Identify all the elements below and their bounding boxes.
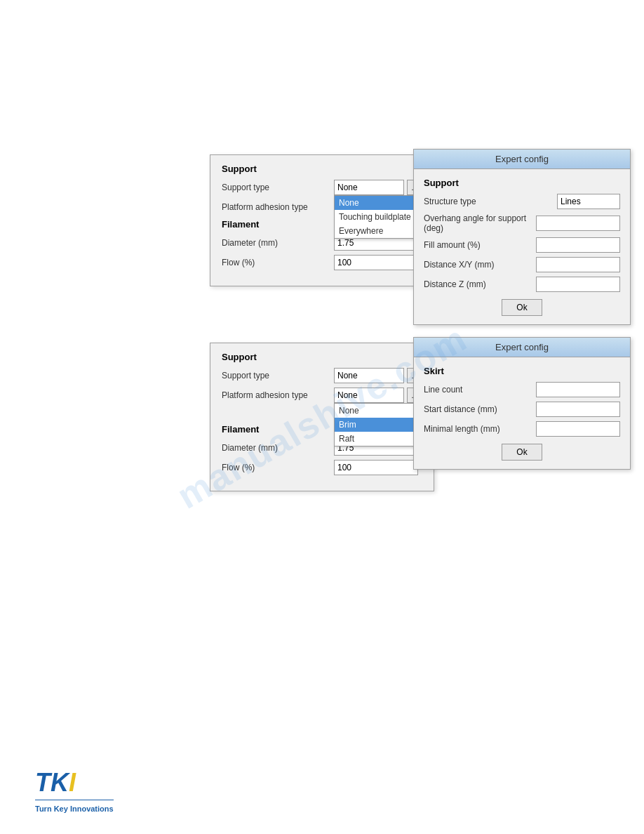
support-type-select-2[interactable]: None Touching buildplate Everywhere bbox=[334, 368, 404, 383]
top-dialog-group: Support Support type None Touching build… bbox=[210, 154, 434, 286]
platform-adhesion-control-2: None Brim Raft None Brim Raft ... bbox=[334, 388, 422, 403]
support-type-select[interactable]: None Touching buildplate Everywhere bbox=[334, 180, 404, 195]
support-type-row-2: Support type None Touching buildplate Ev… bbox=[222, 368, 422, 383]
bottom-dialog-group: Support Support type None Touching build… bbox=[210, 343, 434, 491]
minimal-length-row: Minimal length (mm) 150.0 bbox=[424, 421, 620, 437]
line-count-input[interactable]: 1 bbox=[536, 382, 620, 397]
distance-xy-row: Distance X/Y (mm) 0.7 bbox=[424, 257, 620, 272]
support-type-label-2: Support type bbox=[222, 371, 334, 380]
overhang-input[interactable]: 60 bbox=[536, 216, 620, 231]
diameter-label-2: Diameter (mm) bbox=[222, 443, 334, 453]
expert-header-2: Expert config bbox=[414, 338, 630, 357]
expert-ok-button-2[interactable]: Ok bbox=[502, 444, 542, 461]
expert-body-1: Support Structure type Lines Grid Overha… bbox=[414, 169, 630, 324]
overhang-label: Overhang angle for support (deg) bbox=[424, 213, 536, 233]
flow-input-1[interactable]: 100 bbox=[334, 255, 418, 270]
distance-xy-input[interactable]: 0.7 bbox=[536, 257, 620, 272]
tki-letters: T K I bbox=[35, 770, 76, 795]
tki-logo: T K I Turn Key Innovations bbox=[35, 770, 114, 813]
support-type-control-2: None Touching buildplate Everywhere ... bbox=[334, 368, 422, 383]
expert-header-1: Expert config bbox=[414, 150, 630, 169]
distance-z-row: Distance Z (mm) 0.15 bbox=[424, 277, 620, 292]
line-count-label: Line count bbox=[424, 385, 536, 395]
tki-t-letter: T bbox=[35, 770, 51, 795]
minimal-length-input[interactable]: 150.0 bbox=[536, 421, 620, 437]
support-title-2: Support bbox=[222, 352, 422, 362]
expert-body-2: Skirt Line count 1 Start distance (mm) 3… bbox=[414, 357, 630, 469]
structure-type-select-wrapper: Lines Grid bbox=[557, 194, 620, 209]
flow-row-2: Flow (%) 100 bbox=[222, 460, 422, 475]
flow-label-1: Flow (%) bbox=[222, 258, 334, 267]
overhang-row: Overhang angle for support (deg) 60 bbox=[424, 213, 620, 233]
support-type-label: Support type bbox=[222, 183, 334, 192]
platform-adhesion-row-2: Platform adhesion type None Brim Raft No… bbox=[222, 388, 422, 403]
diameter-label-1: Diameter (mm) bbox=[222, 238, 334, 248]
support-type-select-wrapper-2: None Touching buildplate Everywhere bbox=[334, 368, 404, 383]
expert-panel-2: Expert config Skirt Line count 1 Start d… bbox=[413, 337, 631, 470]
flow-input-2[interactable]: 100 bbox=[334, 460, 418, 475]
distance-z-label: Distance Z (mm) bbox=[424, 279, 536, 289]
line-count-row: Line count 1 bbox=[424, 382, 620, 397]
fill-amount-row: Fill amount (%) 15 bbox=[424, 237, 620, 253]
structure-type-row: Structure type Lines Grid bbox=[424, 194, 620, 209]
support-type-select-wrapper: None Touching buildplate Everywhere None… bbox=[334, 180, 404, 195]
expert-panel-1: Expert config Support Structure type Lin… bbox=[413, 149, 631, 325]
fill-amount-label: Fill amount (%) bbox=[424, 240, 536, 250]
fill-amount-input[interactable]: 15 bbox=[536, 237, 620, 253]
tki-tagline: Turn Key Innovations bbox=[35, 805, 114, 813]
tki-separator bbox=[35, 800, 114, 800]
flow-row-1: Flow (%) 100 bbox=[222, 255, 422, 270]
platform-adhesion-label-1: Platform adhesion type bbox=[222, 202, 334, 212]
flow-label-2: Flow (%) bbox=[222, 463, 334, 472]
structure-type-select[interactable]: Lines Grid bbox=[557, 194, 620, 209]
start-distance-label: Start distance (mm) bbox=[424, 404, 536, 414]
minimal-length-label: Minimal length (mm) bbox=[424, 424, 536, 434]
flow-control-1: 100 bbox=[334, 255, 422, 270]
start-distance-input[interactable]: 3.0 bbox=[536, 402, 620, 417]
tki-i-letter: I bbox=[69, 770, 76, 795]
expert-support-title-1: Support bbox=[424, 178, 620, 188]
support-type-control: None Touching buildplate Everywhere None… bbox=[334, 180, 422, 195]
platform-adhesion-select-wrapper-2: None Brim Raft None Brim Raft bbox=[334, 388, 404, 403]
distance-z-input[interactable]: 0.15 bbox=[536, 277, 620, 292]
support-type-row: Support type None Touching buildplate Ev… bbox=[222, 180, 422, 195]
distance-xy-label: Distance X/Y (mm) bbox=[424, 260, 536, 270]
expert-ok-button-1[interactable]: Ok bbox=[502, 299, 542, 316]
page-container: manualshive.com Support Support type Non… bbox=[0, 0, 644, 834]
platform-adhesion-label-2: Platform adhesion type bbox=[222, 390, 334, 400]
settings-panel-1: Support Support type None Touching build… bbox=[210, 154, 434, 286]
structure-type-label: Structure type bbox=[424, 197, 557, 206]
start-distance-row: Start distance (mm) 3.0 bbox=[424, 402, 620, 417]
support-title-1: Support bbox=[222, 164, 422, 174]
settings-panel-2: Support Support type None Touching build… bbox=[210, 343, 434, 491]
flow-control-2: 100 bbox=[334, 460, 422, 475]
skirt-title: Skirt bbox=[424, 366, 620, 376]
tki-k-letter: K bbox=[51, 770, 69, 795]
platform-adhesion-select-2[interactable]: None Brim Raft bbox=[334, 388, 404, 403]
